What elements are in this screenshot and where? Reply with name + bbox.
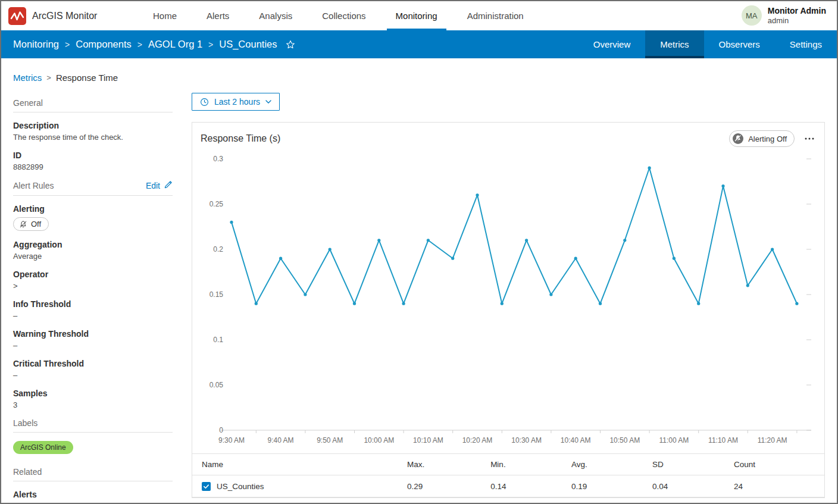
time-range-dropdown[interactable]: Last 2 hours [192, 93, 280, 111]
svg-text:0.3: 0.3 [213, 155, 223, 163]
breadcrumb-separator: > [137, 40, 142, 49]
alerting-off-status-badge[interactable]: Alerting Off [729, 130, 795, 147]
bell-off-circle-icon [732, 133, 744, 145]
svg-text:0.15: 0.15 [210, 290, 224, 299]
component-tabs: Overview Metrics Observers Settings [579, 30, 837, 58]
card-title: Response Time (s) [201, 133, 280, 144]
series-table: Name Max. Min. Avg. SD Count US_Counties [192, 453, 824, 497]
favorite-star-icon[interactable] [286, 40, 295, 49]
tab-overview[interactable]: Overview [579, 30, 646, 58]
time-range-value: Last 2 hours [214, 97, 260, 107]
breadcrumb-us-counties[interactable]: US_Counties [219, 39, 277, 50]
svg-text:10:50 AM: 10:50 AM [609, 436, 640, 444]
operator-value: > [13, 281, 173, 290]
critical-threshold-label: Critical Threshold [13, 359, 173, 368]
section-alert-rules: Alert Rules Edit [13, 180, 173, 196]
response-time-line-chart[interactable]: 00.050.10.150.20.250.39:30 AM9:40 AM9:50… [201, 152, 817, 452]
app-title: ArcGIS Monitor [32, 11, 97, 21]
series-name[interactable]: US_Counties [217, 482, 264, 491]
card-overflow-menu-icon[interactable] [803, 136, 816, 142]
svg-text:0.05: 0.05 [210, 381, 224, 389]
edit-alert-rules-button[interactable]: Edit [146, 180, 173, 191]
series-sd: 0.04 [652, 482, 734, 491]
brand: ArcGIS Monitor [8, 7, 125, 25]
avatar[interactable]: MA [742, 5, 762, 26]
tab-observers[interactable]: Observers [704, 30, 775, 58]
alerting-off-text: Off [31, 220, 41, 228]
nav-item-home[interactable]: Home [138, 1, 192, 30]
series-checkbox[interactable] [202, 482, 211, 491]
arcgis-monitor-logo-icon [8, 7, 26, 25]
svg-text:11:10 AM: 11:10 AM [708, 436, 738, 444]
nav-item-collections[interactable]: Collections [307, 1, 380, 30]
response-time-card: Response Time (s) [192, 122, 825, 498]
nav-item-monitoring[interactable]: Monitoring [381, 1, 452, 30]
svg-text:11:00 AM: 11:00 AM [659, 436, 689, 444]
tab-metrics[interactable]: Metrics [645, 30, 703, 58]
section-general: General [13, 98, 173, 112]
series-max: 0.29 [407, 482, 490, 491]
nav-item-administration[interactable]: Administration [452, 1, 539, 30]
metric-detail-sidebar: Metrics > Response Time General Descript… [1, 58, 181, 503]
user-name: Monitor Admin [768, 5, 826, 16]
col-name: Name [202, 460, 407, 469]
info-threshold-label: Info Threshold [13, 299, 173, 309]
col-sd: SD [652, 460, 734, 469]
svg-text:10:00 AM: 10:00 AM [364, 436, 394, 444]
series-count: 24 [734, 482, 815, 491]
operator-label: Operator [13, 270, 173, 279]
metric-name: Response Time [56, 73, 118, 83]
alerting-off-badge: Off [13, 217, 49, 231]
breadcrumb-separator: > [65, 40, 70, 49]
section-related: Related [13, 467, 173, 481]
series-avg: 0.19 [571, 482, 652, 491]
description-value: The response time of the check. [13, 133, 173, 142]
tab-settings[interactable]: Settings [775, 30, 837, 58]
top-nav-bar: ArcGIS Monitor Home Alerts Analysis Coll… [1, 1, 837, 30]
series-min: 0.14 [490, 482, 571, 491]
description-label: Description [13, 121, 173, 130]
warning-threshold-value: – [13, 341, 173, 350]
col-count: Count [734, 460, 815, 469]
breadcrumb-monitoring[interactable]: Monitoring [13, 39, 59, 50]
svg-text:10:10 AM: 10:10 AM [413, 436, 443, 444]
breadcrumb-agol-org[interactable]: AGOL Org 1 [148, 39, 202, 50]
metrics-link[interactable]: Metrics [13, 73, 42, 83]
breadcrumb: Monitoring > Components > AGOL Org 1 > U… [1, 30, 295, 58]
aggregation-label: Aggregation [13, 240, 173, 249]
nav-item-alerts[interactable]: Alerts [192, 1, 244, 30]
bell-off-icon [19, 220, 27, 228]
svg-text:0.2: 0.2 [213, 245, 223, 253]
col-min: Min. [490, 460, 571, 469]
user-menu[interactable]: MA Monitor Admin admin [742, 5, 826, 26]
svg-text:10:20 AM: 10:20 AM [462, 436, 493, 444]
breadcrumb-separator: > [208, 40, 213, 49]
main-nav: Home Alerts Analysis Collections Monitor… [138, 1, 539, 30]
component-breadcrumb-bar: Monitoring > Components > AGOL Org 1 > U… [1, 30, 837, 58]
table-row: US_Counties 0.29 0.14 0.19 0.04 24 [192, 475, 824, 497]
related-alerts-label[interactable]: Alerts [13, 490, 173, 499]
svg-text:9:30 AM: 9:30 AM [218, 436, 245, 444]
aggregation-value: Average [13, 252, 173, 261]
samples-value: 3 [13, 400, 173, 409]
nav-item-analysis[interactable]: Analysis [244, 1, 307, 30]
svg-text:9:50 AM: 9:50 AM [317, 436, 343, 444]
alerting-label: Alerting [13, 204, 173, 214]
warning-threshold-label: Warning Threshold [13, 329, 173, 339]
breadcrumb-components[interactable]: Components [76, 39, 132, 50]
col-max: Max. [407, 460, 490, 469]
breadcrumb-separator: > [46, 73, 51, 82]
alerting-off-status-text: Alerting Off [748, 134, 787, 143]
svg-text:11:20 AM: 11:20 AM [758, 436, 787, 444]
svg-text:10:40 AM: 10:40 AM [561, 436, 591, 444]
id-value: 8882899 [13, 162, 173, 171]
metric-breadcrumb: Metrics > Response Time [13, 73, 173, 83]
clock-icon [200, 98, 209, 107]
series-table-header: Name Max. Min. Avg. SD Count [192, 453, 824, 475]
section-labels: Labels [13, 418, 173, 433]
svg-text:10:30 AM: 10:30 AM [511, 436, 542, 444]
samples-label: Samples [13, 389, 173, 398]
label-pill-arcgis-online[interactable]: ArcGIS Online [13, 441, 73, 454]
info-threshold-value: – [13, 311, 173, 320]
pencil-icon [164, 180, 173, 191]
